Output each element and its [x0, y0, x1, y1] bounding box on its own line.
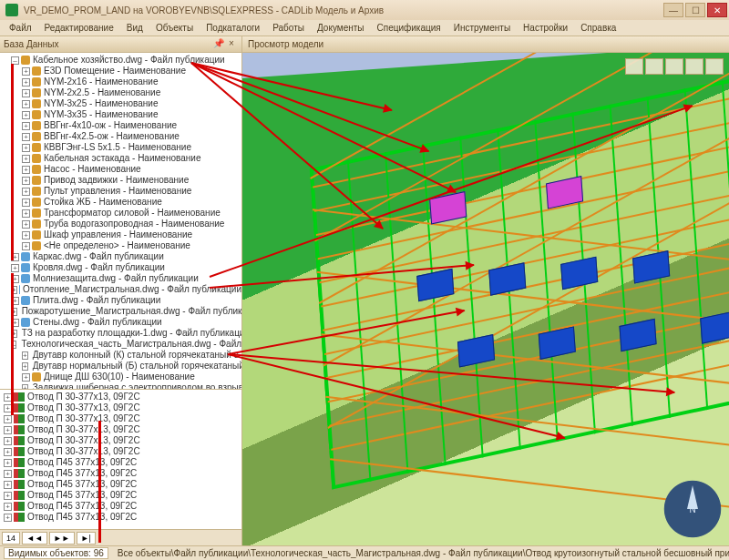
tree-item[interactable]: +Пожаротушение_Магистральная.dwg - Файл …: [2, 306, 241, 317]
expand-icon[interactable]: +: [22, 89, 30, 97]
list-item[interactable]: +Отвод П 30-377x13, 09Г2С: [2, 402, 241, 413]
maximize-button[interactable]: ☐: [685, 3, 705, 17]
expand-icon[interactable]: +: [4, 514, 12, 522]
tab-first[interactable]: 14: [2, 532, 20, 545]
list-item[interactable]: +Отвод П 30-377x13, 09Г2С: [2, 446, 241, 457]
selection-tree[interactable]: +Отвод П 30-377x13, 09Г2С+Отвод П 30-377…: [0, 389, 241, 529]
tree-item[interactable]: +Насос - Наименование: [2, 164, 241, 175]
list-item[interactable]: +Отвод П45 377x13, 09Г2С: [2, 468, 241, 479]
tree-item[interactable]: +ВВГнг-4x10-ож - Наименование: [2, 120, 241, 131]
tree-item[interactable]: +Двутавр нормальный (Б) стальной горячек…: [2, 361, 241, 372]
expand-icon[interactable]: +: [22, 177, 30, 185]
expand-icon[interactable]: +: [4, 448, 12, 456]
expand-icon[interactable]: +: [22, 100, 30, 108]
tree-item[interactable]: +NYM-2x16 - Наименование: [2, 76, 241, 87]
tree-item[interactable]: +ТЗ на разработку площадки-1.dwg - Файл …: [2, 328, 241, 339]
expand-icon[interactable]: +: [22, 362, 28, 371]
expand-icon[interactable]: +: [22, 220, 30, 229]
expand-icon[interactable]: +: [11, 264, 19, 272]
tree-item[interactable]: +Стойка ЖБ - Наименование: [2, 197, 241, 208]
expand-icon[interactable]: +: [22, 111, 30, 119]
tree-item[interactable]: +Стены.dwg - Файл публикации: [2, 317, 241, 328]
expand-icon[interactable]: +: [4, 437, 12, 445]
tab-prev[interactable]: ◄◄: [22, 532, 47, 545]
list-item[interactable]: +Отвод П45 377x13, 09Г2С: [2, 512, 241, 523]
list-item[interactable]: +Отвод П 30-377x13, 09Г2С: [2, 435, 241, 446]
tree-item[interactable]: +Шкаф управления - Наименование: [2, 229, 241, 240]
viewport-3d[interactable]: N: [242, 53, 729, 545]
tree-item[interactable]: +Привод задвижки - Наименование: [2, 175, 241, 186]
close-button[interactable]: ✕: [707, 3, 727, 17]
expand-icon[interactable]: +: [22, 155, 30, 163]
view-tool-4[interactable]: [685, 58, 703, 75]
expand-icon[interactable]: +: [22, 166, 30, 174]
tree-item[interactable]: +NYM-3x35 - Наименование: [2, 109, 241, 120]
tree-item[interactable]: +<Не определено> - Наименование: [2, 240, 241, 251]
expand-icon[interactable]: +: [4, 426, 12, 434]
tab-last[interactable]: ►|: [77, 532, 96, 545]
expand-icon[interactable]: +: [22, 188, 30, 196]
compass-icon[interactable]: N: [663, 480, 722, 538]
expand-icon[interactable]: +: [4, 459, 12, 467]
tab-next[interactable]: ►►: [49, 532, 75, 545]
menu-view[interactable]: Вид: [121, 21, 149, 35]
tree-item[interactable]: +Задвижка шиберная с электроприводом во …: [2, 382, 241, 389]
menu-edit[interactable]: Редактирование: [39, 21, 119, 35]
tree-item[interactable]: +ВВГнг-4x2.5-ож - Наименование: [2, 131, 241, 142]
expand-icon[interactable]: +: [22, 122, 30, 130]
view-tool-3[interactable]: [665, 58, 683, 75]
view-tool-5[interactable]: [705, 58, 724, 75]
expand-icon[interactable]: +: [4, 481, 12, 489]
tree-item[interactable]: +Труба водогазопроводная - Наименование: [2, 219, 241, 229]
expand-icon[interactable]: +: [22, 199, 30, 207]
expand-icon[interactable]: +: [4, 492, 12, 500]
expand-icon[interactable]: +: [22, 133, 30, 141]
list-item[interactable]: +Отвод П45 377x13, 09Г2С: [2, 490, 241, 501]
menu-settings[interactable]: Настройки: [518, 21, 573, 35]
expand-icon[interactable]: +: [22, 373, 30, 382]
list-item[interactable]: +Отвод П45 377x13, 09Г2С: [2, 457, 241, 468]
panel-close-icon[interactable]: ×: [225, 38, 238, 51]
database-tree[interactable]: –Кабельное хозяйство.dwg - Файл публикац…: [0, 53, 241, 389]
tree-item[interactable]: –Технологическая_часть_Магистральная.dwg…: [2, 339, 241, 350]
menu-help[interactable]: Справка: [575, 21, 621, 35]
view-tool-1[interactable]: [625, 58, 643, 75]
expand-icon[interactable]: +: [22, 242, 30, 250]
menu-objects[interactable]: Объекты: [150, 21, 199, 35]
list-item[interactable]: +Отвод П45 377x13, 09Г2С: [2, 501, 241, 512]
tree-item[interactable]: +Плита.dwg - Файл публикации: [2, 295, 241, 306]
expand-icon[interactable]: +: [4, 503, 12, 511]
tree-item[interactable]: +Трансформатор силовой - Наименование: [2, 208, 241, 219]
list-item[interactable]: +Отвод П45 377x13, 09Г2С: [2, 479, 241, 490]
tree-item[interactable]: +КВВГЭнг-LS 5x1.5 - Наименование: [2, 142, 241, 153]
tree-item[interactable]: –Кабельное хозяйство.dwg - Файл публикац…: [2, 55, 241, 66]
list-item[interactable]: +Отвод П 30-377x13, 09Г2С: [2, 424, 241, 435]
tree-item[interactable]: +Кабельная эстакада - Наименование: [2, 153, 241, 164]
tree-item[interactable]: +NYM-2x2.5 - Наименование: [2, 87, 241, 98]
tree-item[interactable]: +Отопление_Магистральная.dwg - Файл публ…: [2, 284, 241, 295]
view-tool-2[interactable]: [645, 58, 663, 75]
tree-item[interactable]: +Молниезащита.dwg - Файл публикации: [2, 273, 241, 284]
menu-tools[interactable]: Инструменты: [448, 21, 516, 35]
expand-icon[interactable]: +: [22, 231, 30, 239]
list-item[interactable]: +Отвод П 30-377x13, 09Г2С: [2, 413, 241, 424]
menu-works[interactable]: Работы: [267, 21, 310, 35]
expand-icon[interactable]: +: [4, 415, 12, 423]
tree-item[interactable]: +Каркас.dwg - Файл публикации: [2, 251, 241, 262]
tree-item[interactable]: +Днище ДШ 630(10) - Наименование: [2, 372, 241, 382]
minimize-button[interactable]: —: [663, 3, 683, 17]
tree-item[interactable]: +Кровля.dwg - Файл публикации: [2, 262, 241, 273]
menu-file[interactable]: Файл: [4, 21, 37, 35]
expand-icon[interactable]: +: [22, 144, 30, 152]
tree-item[interactable]: +Двутавр колонный (К) стальной горячекат…: [2, 350, 241, 361]
expand-icon[interactable]: +: [22, 351, 28, 360]
expand-icon[interactable]: +: [22, 209, 30, 218]
tree-item[interactable]: +Пульт управления - Наименование: [2, 186, 241, 197]
menu-subcatalogs[interactable]: Подкаталоги: [200, 21, 265, 35]
list-item[interactable]: +Отвод П 30-377x13, 09Г2С: [2, 392, 241, 402]
expand-icon[interactable]: +: [4, 470, 12, 478]
menu-documents[interactable]: Документы: [312, 21, 370, 35]
expand-icon[interactable]: +: [22, 67, 30, 76]
pin-icon[interactable]: 📌: [212, 38, 225, 51]
expand-icon[interactable]: +: [22, 78, 30, 87]
